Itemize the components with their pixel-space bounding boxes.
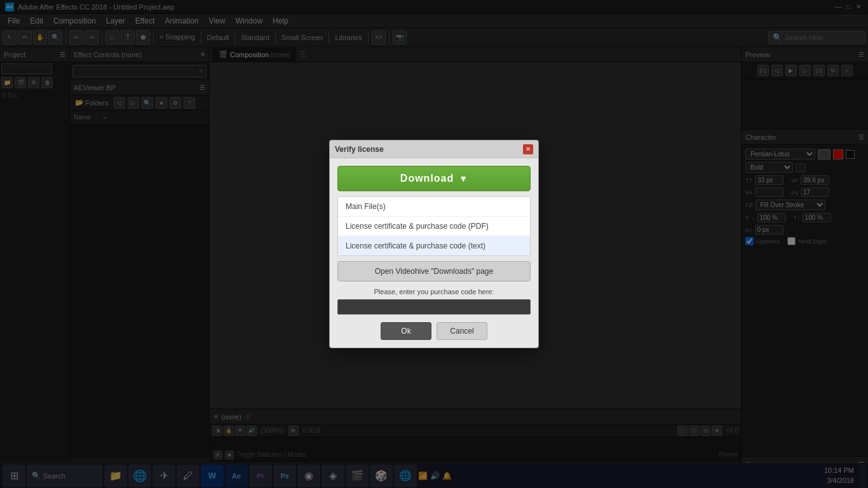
cancel-button[interactable]: Cancel (437, 322, 487, 340)
download-button[interactable]: Download ▼ (337, 166, 531, 191)
modal-title: Verify license (335, 145, 523, 154)
modal-buttons: Ok Cancel (337, 322, 531, 340)
dropdown-main-files[interactable]: Main File(s) (338, 197, 530, 217)
download-arrow-icon: ▼ (459, 173, 468, 184)
modal-body: Download ▼ Main File(s) License certific… (330, 158, 538, 348)
dropdown-license-pdf[interactable]: License certificate & purchase code (PDF… (338, 217, 530, 236)
purchase-code-label: Please, enter you purchase code here: (337, 288, 531, 295)
modal-title-bar: Verify license ✕ (330, 140, 538, 158)
download-dropdown: Main File(s) License certificate & purch… (337, 196, 531, 256)
download-label: Download (400, 173, 454, 184)
purchase-code-input[interactable] (337, 299, 531, 315)
modal-overlay: Verify license ✕ Download ▼ Main File(s)… (0, 0, 868, 488)
verify-license-dialog: Verify license ✕ Download ▼ Main File(s)… (329, 140, 539, 348)
dropdown-license-text[interactable]: License certificate & purchase code (tex… (338, 236, 530, 255)
open-videohive-button[interactable]: Open Videohive "Downloads" page (337, 261, 531, 281)
modal-close-button[interactable]: ✕ (523, 144, 533, 154)
ok-button[interactable]: Ok (381, 322, 431, 340)
open-videohive-label: Open Videohive "Downloads" page (375, 267, 493, 276)
